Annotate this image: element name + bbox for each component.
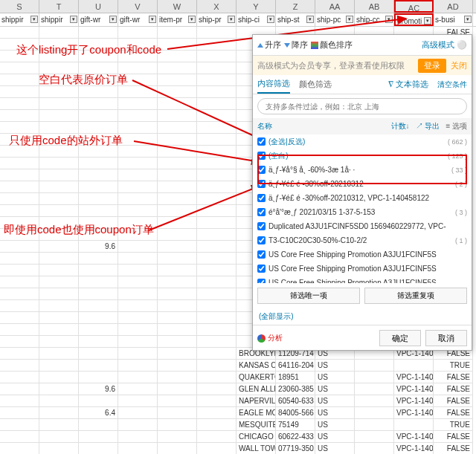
cell[interactable]: EAGLE MOUUT	[237, 407, 276, 419]
cell[interactable]	[118, 265, 158, 276]
cell[interactable]	[158, 193, 197, 205]
cell[interactable]	[0, 205, 39, 217]
cell[interactable]	[118, 181, 158, 193]
cell[interactable]: VPC-1-140	[394, 395, 434, 407]
cell[interactable]: FALSE	[434, 407, 473, 419]
cell[interactable]	[39, 86, 79, 98]
header-count[interactable]: 计数↓	[391, 121, 410, 132]
options-button[interactable]: ≡ 选项	[446, 121, 467, 132]
col-letter[interactable]: X	[197, 0, 237, 13]
col-header[interactable]: ship-cc▾	[355, 13, 394, 26]
cell[interactable]	[0, 265, 39, 276]
cell[interactable]	[79, 205, 118, 217]
cell[interactable]	[0, 169, 39, 181]
cell[interactable]: CHICAGO IL	[237, 431, 276, 443]
cell[interactable]	[158, 372, 197, 383]
filter-checkbox[interactable]	[257, 194, 266, 202]
cell[interactable]	[39, 360, 79, 372]
col-header[interactable]: gift-wr▾	[79, 13, 118, 26]
export-button[interactable]: ↗ 导出	[416, 121, 440, 132]
cell[interactable]	[197, 324, 237, 336]
cell[interactable]	[118, 27, 158, 39]
cell[interactable]	[39, 348, 79, 360]
filter-checkbox[interactable]	[257, 222, 266, 230]
text-filter-button[interactable]: ∇ 文本筛选	[388, 79, 428, 90]
cell[interactable]	[158, 443, 197, 454]
cell[interactable]	[197, 407, 237, 419]
cell[interactable]	[39, 300, 79, 312]
cell[interactable]	[39, 158, 79, 169]
col-header[interactable]: gift-wr▾	[118, 13, 158, 26]
cell[interactable]	[158, 51, 197, 62]
clear-conditions-button[interactable]: 清空条件	[437, 80, 467, 90]
filter-dropdown-icon[interactable]: ▾	[228, 16, 235, 23]
col-letter[interactable]: AC	[394, 0, 434, 13]
cell[interactable]	[197, 348, 237, 360]
cell[interactable]	[39, 181, 79, 193]
cell[interactable]	[197, 86, 237, 98]
cell[interactable]	[79, 395, 118, 407]
filter-item[interactable]: (空白)( 125 )	[253, 149, 472, 163]
cell[interactable]	[197, 395, 237, 407]
col-letter[interactable]: U	[79, 0, 118, 13]
cell[interactable]	[39, 110, 79, 122]
cell[interactable]	[197, 27, 237, 39]
cell[interactable]	[0, 324, 39, 336]
cell[interactable]	[197, 169, 237, 181]
cell[interactable]	[355, 383, 394, 395]
cell[interactable]	[118, 395, 158, 407]
cell[interactable]	[158, 27, 197, 39]
cell[interactable]	[197, 146, 237, 158]
cell[interactable]: US	[315, 360, 355, 372]
filter-item[interactable]: é°å'°æ¸ƒ 2021/03/15 1-37-5-153( 3 )	[253, 205, 472, 219]
cell[interactable]	[79, 312, 118, 324]
cell[interactable]	[79, 443, 118, 454]
cell[interactable]	[118, 110, 158, 122]
cancel-button[interactable]: 取消	[425, 330, 467, 346]
cell[interactable]: 60622-433	[276, 431, 315, 443]
col-letter[interactable]: V	[118, 0, 158, 13]
cell[interactable]	[158, 276, 197, 288]
cell[interactable]	[39, 276, 79, 288]
cell[interactable]: 75149	[276, 419, 315, 431]
cell[interactable]	[39, 419, 79, 431]
cell[interactable]	[0, 407, 39, 419]
cell[interactable]	[118, 419, 158, 431]
cell[interactable]	[118, 372, 158, 383]
cell[interactable]	[118, 324, 158, 336]
cell[interactable]	[79, 288, 118, 300]
cell[interactable]	[118, 312, 158, 324]
filter-dropdown-icon[interactable]: ▾	[346, 16, 353, 23]
col-header[interactable]: shippir▾	[0, 13, 39, 26]
cell[interactable]: 6.4	[79, 407, 118, 419]
filter-checkbox[interactable]	[257, 180, 266, 188]
cell[interactable]	[197, 98, 237, 110]
cell[interactable]	[355, 431, 394, 443]
cell[interactable]	[0, 372, 39, 383]
cell[interactable]	[0, 288, 39, 300]
cell[interactable]	[197, 241, 237, 253]
cell[interactable]	[158, 407, 197, 419]
cell[interactable]	[39, 265, 79, 276]
show-all-link[interactable]: (全部显示)	[253, 308, 472, 325]
cell[interactable]	[79, 276, 118, 288]
filter-checkbox[interactable]	[257, 208, 266, 216]
cell[interactable]: 07719-350	[276, 443, 315, 454]
cell[interactable]	[158, 134, 197, 146]
filter-duplicate-button[interactable]: 筛选重复项	[364, 288, 467, 304]
cell[interactable]	[118, 336, 158, 348]
cell[interactable]: US	[315, 431, 355, 443]
cell[interactable]	[197, 217, 237, 229]
cell[interactable]	[0, 110, 39, 122]
cell[interactable]: 9.6	[79, 241, 118, 253]
col-letter[interactable]: W	[158, 0, 197, 13]
cell[interactable]: FALSE	[434, 383, 473, 395]
cell[interactable]	[197, 265, 237, 276]
cell[interactable]	[197, 360, 237, 372]
cell[interactable]	[79, 110, 118, 122]
cell[interactable]: US	[315, 395, 355, 407]
cell[interactable]	[197, 134, 237, 146]
cell[interactable]	[79, 348, 118, 360]
col-letter[interactable]: S	[0, 0, 39, 13]
cell[interactable]	[158, 348, 197, 360]
